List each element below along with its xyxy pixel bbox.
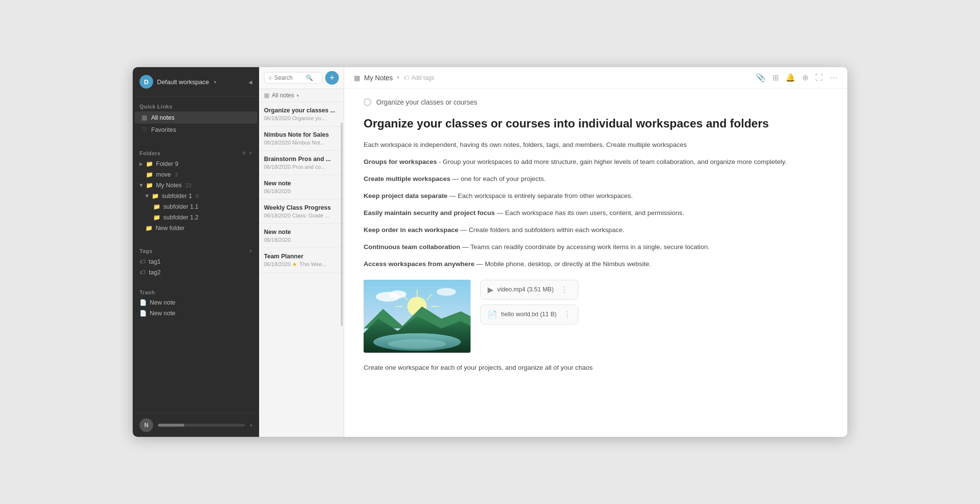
- share-icon[interactable]: ⊕: [802, 73, 808, 82]
- txt-menu-icon[interactable]: ⋮: [563, 310, 571, 319]
- folders-label: Folders: [140, 150, 160, 156]
- note-item-1[interactable]: Organize your classes ... 06/18/2020 Org…: [259, 102, 344, 126]
- folders-sort-icon[interactable]: ≡: [242, 149, 246, 157]
- bell-icon[interactable]: 🔔: [786, 73, 795, 82]
- body-text-5: — Create folders and subfolders within e…: [458, 226, 624, 234]
- move-label: move: [156, 171, 171, 178]
- user-status-bar: [158, 424, 245, 427]
- folders-header: Folders ≡ +: [133, 145, 259, 159]
- user-avatar: N: [140, 418, 153, 432]
- note-item-3[interactable]: Brainstorm Pros and ... 06/18/2020 Pros …: [259, 151, 344, 175]
- video-menu-icon[interactable]: ⋮: [560, 285, 568, 294]
- add-tag-button[interactable]: 🏷 Add tags: [403, 74, 434, 81]
- note-editor: Organize your classes or courses Organiz…: [344, 89, 847, 437]
- subfolder1-arrow-icon: ▶: [145, 195, 150, 198]
- txt-icon: 📄: [488, 310, 497, 319]
- workspace-initial: D: [144, 78, 148, 86]
- bold-prefix-6: Continuous team collaboration: [364, 243, 460, 251]
- body-para-2: Create multiple workspaces — one for eac…: [364, 174, 828, 185]
- subfolder12-label: subfolder 1.2: [163, 214, 198, 221]
- folder-item-new-folder[interactable]: 📁 New folder: [133, 223, 259, 234]
- note-title-7: Team Planner: [264, 253, 339, 260]
- tag-item-tag2[interactable]: 🏷 tag2: [133, 267, 259, 278]
- folder-item-subfolder11[interactable]: 📁 subfolder 1.1: [133, 201, 259, 212]
- main-content: ▦ My Notes ▾ 🏷 Add tags 📎 ⊞ 🔔 ⊕ ⛶ ⋯: [344, 67, 847, 437]
- breadcrumb-chevron-icon[interactable]: ▾: [397, 74, 400, 81]
- all-notes-icon: ▦: [141, 114, 147, 121]
- note-meta-1: 06/18/2020 Organize yo...: [264, 115, 339, 121]
- subfolder1-icon: 📁: [152, 193, 159, 199]
- trash-section: Trash 📄 New note 📄 New note: [133, 283, 259, 324]
- tags-add-icon[interactable]: +: [248, 247, 252, 254]
- body-para-1: Groups for workspaces - Group your works…: [364, 157, 828, 168]
- trash-note1[interactable]: 📄 New note: [133, 297, 259, 308]
- video-icon: ▶: [488, 285, 493, 294]
- grid-view-icon[interactable]: ⊞: [772, 73, 779, 82]
- workspace-info[interactable]: D Default workspace ▾: [140, 75, 216, 89]
- note-meta-7: 06/18/2020 ★ This Wee...: [264, 261, 339, 268]
- search-box[interactable]: ≡ 🔍: [264, 72, 322, 84]
- folder-item-move[interactable]: ▶ 📁 move 3: [133, 169, 259, 180]
- folders-add-icon[interactable]: +: [248, 149, 252, 157]
- video-name: video.mp4 (3.51 MB): [497, 286, 554, 293]
- trash-note2-icon: 📄: [140, 310, 147, 317]
- folder-item-my-notes[interactable]: ▶ 📁 My Notes 22: [133, 180, 259, 191]
- note-item-5[interactable]: Weekly Class Progress 06/18/2020 Class: …: [259, 199, 344, 224]
- content-actions: 📎 ⊞ 🔔 ⊕ ⛶ ⋯: [756, 73, 838, 82]
- note-item-4[interactable]: New note 06/18/2020: [259, 175, 344, 199]
- subfolder1-label: subfolder 1: [162, 193, 192, 199]
- note-preview-5: Class: Grade ...: [292, 213, 329, 218]
- more-icon[interactable]: ⋯: [830, 73, 838, 82]
- txt-name: hello world.txt (11 B): [501, 311, 557, 318]
- folder-item-subfolder1[interactable]: ▶ 📁 subfolder 1 5: [133, 191, 259, 201]
- note-title-row: Organize your classes or courses: [364, 98, 828, 106]
- body-text-6: — Teams can readily coordinate by access…: [460, 243, 710, 251]
- quick-links-label: Quick Links: [133, 102, 259, 111]
- body-text-7: — Mobile phone, desktop, or directly at …: [474, 260, 651, 268]
- video-attachment[interactable]: ▶ video.mp4 (3.51 MB) ⋮: [480, 280, 578, 300]
- note-list-panel: ≡ 🔍 + ▦ All notes ▾ Organize your classe…: [259, 67, 344, 437]
- user-chevron-icon[interactable]: ▾: [250, 423, 252, 428]
- body-text-3: — Each workspace is entirely separate fr…: [448, 192, 633, 199]
- tag2-label: tag2: [149, 269, 160, 276]
- note-meta-4: 06/18/2020: [264, 188, 339, 194]
- note-list-scrollbar[interactable]: [341, 123, 343, 326]
- attachment-icon[interactable]: 📎: [756, 73, 766, 82]
- note-item-2[interactable]: Nimbus Note for Sales 06/18/2020 Nimbus …: [259, 126, 344, 151]
- body-text-2: — one for each of your projects.: [451, 175, 546, 182]
- note-body: Each workspace is independent, having it…: [364, 140, 828, 270]
- note-preview-1: Organize yo...: [292, 115, 325, 121]
- new-folder-icon: 📁: [145, 225, 153, 232]
- note-image: [364, 280, 471, 353]
- sidebar-item-all-notes[interactable]: ▦ All notes: [135, 111, 257, 124]
- breadcrumb: ▦ My Notes ▾ 🏷 Add tags: [354, 74, 435, 82]
- trash-label: Trash: [133, 288, 259, 297]
- note-date-3: 06/18/2020: [264, 164, 291, 170]
- sidebar: D Default workspace ▾ ◂ Quick Links ▦ Al…: [133, 67, 259, 437]
- tag-item-tag1[interactable]: 🏷 tag1: [133, 256, 259, 267]
- filter-chevron-icon: ▾: [297, 93, 299, 98]
- note-item-6[interactable]: New note 06/18/2020: [259, 224, 344, 248]
- bold-prefix-3: Keep project data separate: [364, 192, 448, 199]
- breadcrumb-name[interactable]: My Notes: [364, 74, 393, 82]
- tags-section: Tags + 🏷 tag1 🏷 tag2: [133, 238, 259, 283]
- svg-point-10: [388, 339, 446, 349]
- note-list-subheader[interactable]: ▦ All notes ▾: [259, 89, 344, 102]
- note-date-4: 06/18/2020: [264, 188, 291, 194]
- quick-links-section: Quick Links ▦ All notes ♡ Favorites: [133, 97, 259, 141]
- sidebar-item-favorites[interactable]: ♡ Favorites: [135, 124, 257, 136]
- bold-prefix-1: Groups for workspaces: [364, 158, 437, 165]
- folders-actions: ≡ +: [242, 149, 252, 157]
- folder-item-folder9[interactable]: ▶ 📁 Folder 9: [133, 159, 259, 169]
- note-item-7[interactable]: Team Planner 06/18/2020 ★ This Wee...: [259, 248, 344, 273]
- trash-note2[interactable]: 📄 New note: [133, 308, 259, 319]
- txt-attachment[interactable]: 📄 hello world.txt (11 B) ⋮: [480, 305, 578, 324]
- add-note-button[interactable]: +: [325, 71, 339, 85]
- folder-item-subfolder12[interactable]: 📁 subfolder 1.2: [133, 212, 259, 223]
- expand-icon[interactable]: ⛶: [815, 73, 823, 82]
- search-input[interactable]: [274, 74, 303, 81]
- add-tag-icon: 🏷: [403, 74, 409, 81]
- sidebar-collapse-button[interactable]: ◂: [248, 77, 252, 87]
- note-meta-3: 06/18/2020 Pros and co...: [264, 164, 339, 170]
- tag2-icon: 🏷: [140, 269, 145, 276]
